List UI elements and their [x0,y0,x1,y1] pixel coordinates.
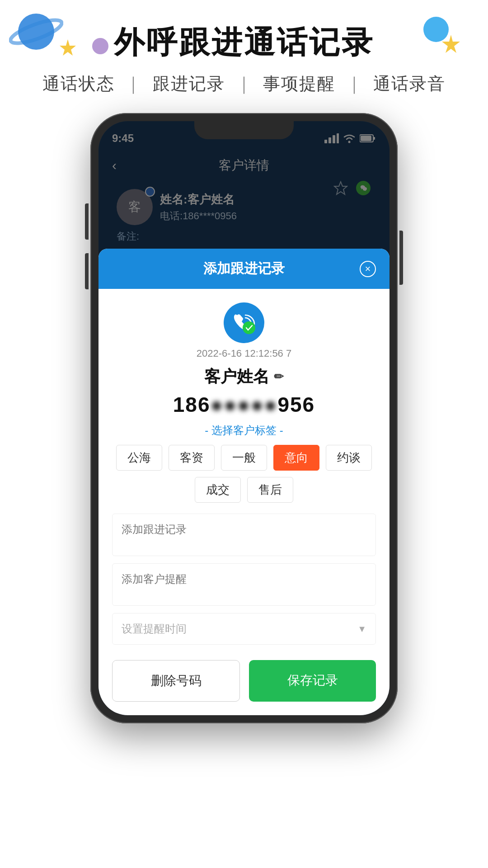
svg-marker-5 [442,35,460,53]
subtitle-part-3: 事项提醒 [263,74,335,93]
phone-call-icon [233,311,255,334]
phone-mockup: 9:45 [90,113,398,723]
phone-display: 186●●●●●956 [173,393,315,416]
call-icon-circle [224,302,264,343]
subtitle-part-2: 跟进记录 [153,74,225,93]
add-follow-modal: 添加跟进记录 × 20 [99,249,389,715]
phone-button-volume-up [85,203,89,240]
modal-customer-name-row: 客户姓名 ✏ [204,366,284,388]
modal-tag-yiban[interactable]: 一般 [221,445,267,471]
modal-tags-row: 公海 客资 一般 意向 约谈 成交 售后 [112,445,376,503]
page-title: 外呼跟进通话记录 [114,22,374,63]
planet-purple-decoration [90,36,110,58]
modal-phone-number: 186●●●●●956 [173,392,315,417]
reminder-time-placeholder: 设置提醒时间 [122,622,187,636]
subtitle-divider-1: ｜ [125,74,142,93]
subtitle-part-4: 通话录音 [373,74,446,93]
svg-point-3 [92,38,108,54]
modal-close-button[interactable]: × [360,261,376,277]
dropdown-arrow-icon: ▼ [357,624,366,634]
modal-title: 添加跟进记录 [128,259,360,278]
star-left-decoration [59,38,77,58]
phone-screen: 9:45 [99,121,389,715]
subtitle-part-1: 通话状态 [42,74,115,93]
subtitle-divider-3: ｜ [346,74,363,93]
modal-tag-gonghui[interactable]: 公海 [116,445,162,471]
phone-button-power [399,231,403,285]
star-right-decoration [441,34,461,56]
customer-reminder-input[interactable] [112,563,376,606]
phone-button-volume-down [85,253,89,289]
subtitle: 通话状态 ｜ 跟进记录 ｜ 事项提醒 ｜ 通话录音 [42,72,446,95]
delete-number-button[interactable]: 删除号码 [112,660,240,702]
phone-frame: 9:45 [90,113,398,723]
modal-header: 添加跟进记录 × [99,249,389,289]
svg-point-16 [243,321,255,334]
modal-customer-name: 客户姓名 [204,366,269,388]
subtitle-divider-2: ｜ [235,74,253,93]
modal-tag-shouhou[interactable]: 售后 [247,477,293,503]
save-record-button[interactable]: 保存记录 [249,660,376,702]
call-datetime: 2022-6-16 12:12:56 7 [197,348,291,359]
header-area: 外呼跟进通话记录 通话状态 ｜ 跟进记录 ｜ 事项提醒 ｜ 通话录音 [0,0,488,99]
phone-notch [194,121,294,139]
planet-left-decoration [9,5,63,61]
modal-tag-yixiang[interactable]: 意向 [273,445,319,471]
follow-record-input[interactable] [112,514,376,556]
select-tag-label[interactable]: - 选择客户标签 - [205,423,283,438]
modal-tag-yuetan[interactable]: 约谈 [326,445,372,471]
edit-name-icon[interactable]: ✏ [274,370,284,384]
modal-tag-chengjiao[interactable]: 成交 [195,477,241,503]
reminder-time-select[interactable]: 设置提醒时间 ▼ [112,613,376,645]
modal-body: 2022-6-16 12:12:56 7 客户姓名 ✏ 186●●●●●956 … [99,289,389,715]
modal-action-buttons: 删除号码 保存记录 [112,660,376,702]
modal-tag-kezi[interactable]: 客资 [169,445,215,471]
svg-marker-2 [60,39,76,56]
